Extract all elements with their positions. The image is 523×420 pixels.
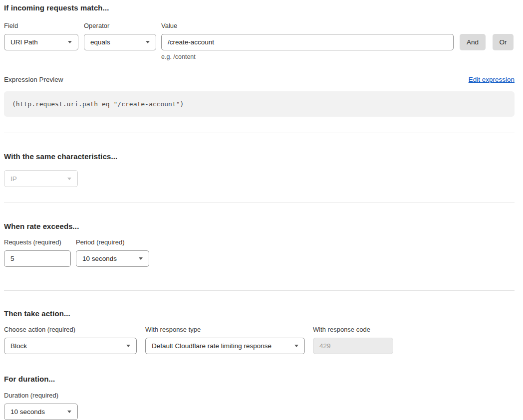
chevron-down-icon xyxy=(126,345,130,347)
duration-select[interactable]: 10 seconds xyxy=(4,404,78,420)
response-code-label: With response code xyxy=(313,326,393,333)
choose-action-group: Choose action (required) Block xyxy=(4,326,137,354)
value-group: Value e.g. /content xyxy=(161,22,454,60)
and-button[interactable]: And xyxy=(460,34,486,50)
operator-label: Operator xyxy=(84,22,156,29)
response-type-select-value: Default Cloudflare rate limiting respons… xyxy=(152,342,271,350)
response-code-group: With response code xyxy=(313,326,393,354)
requests-label: Requests (required) xyxy=(4,238,71,246)
section-divider xyxy=(4,133,515,133)
field-group: Field URI Path xyxy=(4,22,78,50)
choose-action-select-value: Block xyxy=(10,342,27,350)
expression-preview-code: (http.request.uri.path eq "/create-accou… xyxy=(4,91,515,117)
chevron-down-icon xyxy=(67,411,71,413)
or-button[interactable]: Or xyxy=(493,34,514,50)
field-select-value: URI Path xyxy=(10,38,38,46)
expression-text: (http.request.uri.path eq "/create-accou… xyxy=(12,100,184,108)
characteristic-select-value: IP xyxy=(10,175,17,183)
chevron-down-icon xyxy=(139,257,143,260)
value-input[interactable] xyxy=(161,34,454,50)
section-divider xyxy=(4,203,515,203)
section-title-rate: When rate exceeds... xyxy=(4,222,515,230)
period-select-value: 10 seconds xyxy=(82,255,117,262)
expression-preview-label: Expression Preview xyxy=(4,76,63,84)
edit-expression-link[interactable]: Edit expression xyxy=(469,76,515,84)
rate-limiting-rule-form: If incoming requests match... Field URI … xyxy=(0,0,519,420)
period-label: Period (required) xyxy=(76,238,149,246)
chevron-down-icon xyxy=(146,41,150,43)
response-type-group: With response type Default Cloudflare ra… xyxy=(145,326,305,354)
value-hint: e.g. /content xyxy=(161,54,454,60)
section-rate: When rate exceeds... Requests (required)… xyxy=(4,222,515,267)
expression-preview-header: Expression Preview Edit expression xyxy=(4,76,515,84)
requests-group: Requests (required) xyxy=(4,238,71,267)
section-characteristics: With the same characteristics... IP xyxy=(4,153,515,187)
operator-select[interactable]: equals xyxy=(84,34,156,50)
response-type-label: With response type xyxy=(145,326,305,333)
chevron-down-icon xyxy=(68,41,72,43)
section-title-characteristics: With the same characteristics... xyxy=(4,153,515,160)
chevron-down-icon xyxy=(294,345,298,347)
section-incoming-requests: If incoming requests match... Field URI … xyxy=(4,4,515,117)
action-controls-row: Choose action (required) Block With resp… xyxy=(4,326,515,354)
conjunction-buttons: And Or xyxy=(460,22,514,50)
field-select[interactable]: URI Path xyxy=(4,34,78,50)
section-divider xyxy=(4,290,515,291)
operator-select-value: equals xyxy=(90,38,110,46)
response-type-select[interactable]: Default Cloudflare rate limiting respons… xyxy=(145,338,305,354)
period-select[interactable]: 10 seconds xyxy=(76,250,149,267)
section-title-incoming-requests: If incoming requests match... xyxy=(4,4,515,11)
section-action: Then take action... Choose action (requi… xyxy=(4,310,515,354)
value-label: Value xyxy=(161,22,454,29)
requests-input[interactable] xyxy=(4,250,71,267)
choose-action-select[interactable]: Block xyxy=(4,338,137,354)
chevron-down-icon xyxy=(67,178,71,180)
match-controls-row: Field URI Path Operator equals Value e.g… xyxy=(4,22,515,60)
duration-label: Duration (required) xyxy=(4,392,515,399)
section-title-duration: For duration... xyxy=(4,375,515,383)
characteristic-select: IP xyxy=(4,170,78,187)
field-label: Field xyxy=(4,22,78,29)
rate-controls-row: Requests (required) Period (required) 10… xyxy=(4,238,515,267)
choose-action-label: Choose action (required) xyxy=(4,326,137,333)
duration-select-value: 10 seconds xyxy=(10,408,45,416)
section-duration: For duration... Duration (required) 10 s… xyxy=(4,375,515,420)
operator-group: Operator equals xyxy=(84,22,156,50)
response-code-input xyxy=(313,338,393,354)
section-title-action: Then take action... xyxy=(4,310,515,317)
period-group: Period (required) 10 seconds xyxy=(76,238,149,267)
